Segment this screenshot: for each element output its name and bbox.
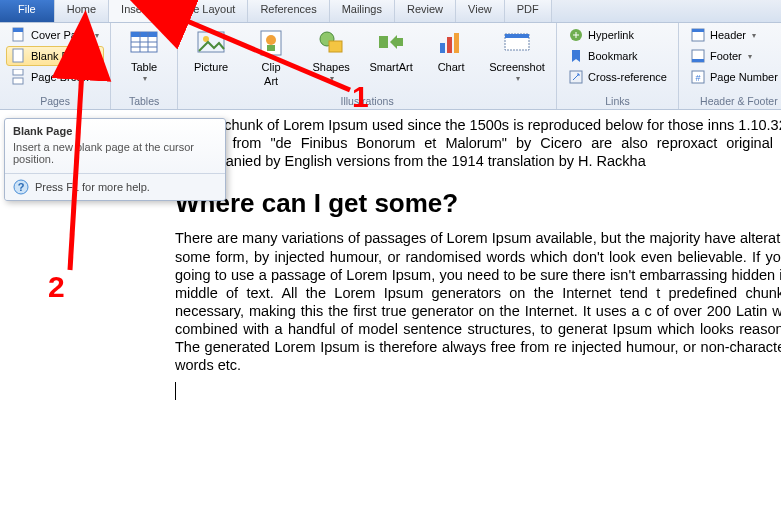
- svg-rect-29: [692, 29, 704, 32]
- doc-paragraph-1: andard chunk of Lorem Ipsum used since t…: [175, 116, 781, 170]
- clipart-icon: [255, 27, 287, 59]
- svg-text:#: #: [695, 73, 700, 83]
- pagenum-label: Page Number: [710, 71, 778, 83]
- bookmark-button[interactable]: Bookmark: [563, 46, 672, 66]
- cover-page-icon: [11, 27, 27, 43]
- table-icon: [128, 27, 160, 59]
- blank-page-label: Blank Page: [31, 50, 87, 62]
- smartart-button[interactable]: SmartArt: [364, 25, 418, 89]
- annotation-number-2: 2: [48, 270, 65, 304]
- doc-paragraph-2: There are many variations of passages of…: [175, 229, 781, 374]
- chart-icon: [435, 27, 467, 59]
- clipart-button[interactable]: Clip Art: [244, 25, 298, 89]
- dropdown-icon: ▾: [516, 73, 520, 85]
- svg-rect-22: [447, 37, 452, 53]
- smartart-label: SmartArt: [369, 61, 412, 73]
- svg-rect-31: [692, 59, 704, 62]
- dropdown-icon: ▾: [330, 73, 334, 85]
- screenshot-button[interactable]: Screenshot ▾: [484, 25, 550, 89]
- bookmark-icon: [568, 48, 584, 64]
- screenshot-label: Screenshot: [489, 61, 545, 73]
- tab-pagelayout[interactable]: Page Layout: [162, 0, 249, 22]
- picture-button[interactable]: Picture: [184, 25, 238, 89]
- group-links-label: Links: [563, 95, 672, 109]
- tab-insert[interactable]: Insert: [109, 0, 162, 22]
- blank-page-icon: [11, 48, 27, 64]
- tooltip-footer: Press F1 for more help.: [35, 181, 150, 193]
- header-icon: [690, 27, 706, 43]
- screenshot-icon: [501, 27, 533, 59]
- hyperlink-button[interactable]: Hyperlink: [563, 25, 672, 45]
- chart-label: Chart: [438, 61, 465, 73]
- cover-page-button[interactable]: Cover Page ▾: [6, 25, 104, 45]
- blank-page-tooltip: Blank Page Insert a new blank page at th…: [4, 118, 226, 201]
- bookmark-label: Bookmark: [588, 50, 638, 62]
- crossref-icon: [568, 69, 584, 85]
- hyperlink-icon: [568, 27, 584, 43]
- tab-references[interactable]: References: [248, 0, 329, 22]
- tab-view[interactable]: View: [456, 0, 505, 22]
- tab-pdf[interactable]: PDF: [505, 0, 552, 22]
- text-cursor: [175, 374, 781, 402]
- page-break-icon: [11, 69, 27, 85]
- group-tables-label: Tables: [117, 95, 171, 109]
- group-headerfooter: Header ▾ Footer ▾ # Page Number ▾: [679, 23, 781, 109]
- shapes-button[interactable]: Shapes ▾: [304, 25, 358, 89]
- svg-rect-3: [13, 69, 23, 75]
- group-links: Hyperlink Bookmark Cross-reference Links: [557, 23, 679, 109]
- ribbon-insert: Cover Page ▾ Blank Page Page Break Page: [0, 23, 781, 110]
- crossref-button[interactable]: Cross-reference: [563, 67, 672, 87]
- clipart-label-2: Art: [264, 75, 278, 87]
- clipart-label-1: Clip: [262, 61, 281, 73]
- table-button[interactable]: Table ▾: [117, 25, 171, 87]
- dropdown-icon: ▾: [143, 73, 147, 85]
- tooltip-body: Insert a new blank page at the cursor po…: [5, 139, 225, 173]
- group-pages-label: Pages: [6, 95, 104, 109]
- group-headerfooter-label: Header & Footer: [685, 95, 781, 109]
- svg-rect-20: [397, 38, 403, 46]
- svg-rect-4: [13, 78, 23, 84]
- svg-text:?: ?: [18, 181, 25, 193]
- pagenum-icon: #: [690, 69, 706, 85]
- tab-home[interactable]: Home: [55, 0, 109, 22]
- crossref-label: Cross-reference: [588, 71, 667, 83]
- svg-rect-23: [454, 33, 459, 53]
- svg-rect-2: [13, 49, 23, 62]
- tab-file[interactable]: File: [0, 0, 55, 22]
- tab-bar: File Home Insert Page Layout References …: [0, 0, 781, 23]
- tab-mailings[interactable]: Mailings: [330, 0, 395, 22]
- smartart-icon: [375, 27, 407, 59]
- shapes-label: Shapes: [312, 61, 349, 73]
- page-break-button[interactable]: Page Break: [6, 67, 104, 87]
- footer-button[interactable]: Footer ▾: [685, 46, 781, 66]
- dropdown-icon: ▾: [95, 31, 99, 40]
- shapes-icon: [315, 27, 347, 59]
- header-button[interactable]: Header ▾: [685, 25, 781, 45]
- tooltip-title: Blank Page: [5, 119, 225, 139]
- picture-label: Picture: [194, 61, 228, 73]
- table-label: Table: [131, 61, 157, 73]
- hyperlink-label: Hyperlink: [588, 29, 634, 41]
- blank-page-button[interactable]: Blank Page: [6, 46, 104, 66]
- doc-heading: Where can I get some?: [175, 188, 781, 219]
- svg-rect-17: [329, 41, 342, 52]
- svg-marker-19: [390, 35, 397, 49]
- picture-icon: [195, 27, 227, 59]
- dropdown-icon: ▾: [752, 31, 756, 40]
- footer-label: Footer: [710, 50, 742, 62]
- svg-rect-25: [505, 34, 529, 38]
- svg-rect-1: [13, 28, 23, 32]
- chart-button[interactable]: Chart: [424, 25, 478, 89]
- svg-rect-15: [267, 45, 275, 51]
- pagenum-button[interactable]: # Page Number ▾: [685, 67, 781, 87]
- annotation-number-1: 1: [352, 80, 369, 114]
- page-break-label: Page Break: [31, 71, 88, 83]
- svg-rect-21: [440, 43, 445, 53]
- dropdown-icon: ▾: [748, 52, 752, 61]
- cover-page-label: Cover Page: [31, 29, 89, 41]
- svg-point-14: [266, 35, 276, 45]
- help-icon: ?: [13, 179, 29, 195]
- group-pages: Cover Page ▾ Blank Page Page Break Page: [0, 23, 111, 109]
- tab-review[interactable]: Review: [395, 0, 456, 22]
- group-tables: Table ▾ Tables: [111, 23, 178, 109]
